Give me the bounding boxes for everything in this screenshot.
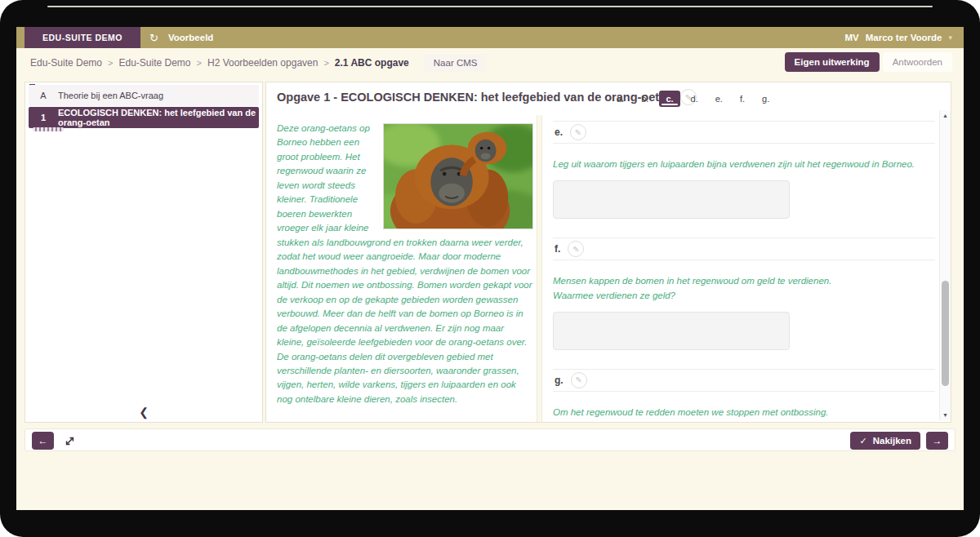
edit-pencil-icon[interactable]: ✎ [571, 372, 587, 388]
column-divider [537, 115, 542, 422]
window-frame: EDU-SUITE DEMO ↻ Voorbeeld MV Marco ter … [0, 0, 980, 537]
sidebar-item-theorie[interactable]: A Theorie bij een ABC-vraag [29, 85, 259, 106]
sidebar-item-key: 1 [29, 113, 58, 122]
chevron-down-icon: ▾ [948, 33, 952, 42]
sidebar-item-key: A [29, 91, 58, 100]
arrow-right-icon: → [933, 435, 942, 446]
antwoorden-button[interactable]: Antwoorden [883, 52, 952, 72]
question-prompt: Leg uit waarom tijgers en luipaarden bij… [553, 158, 935, 171]
brand-logo[interactable]: EDU-SUITE DEMO [24, 27, 140, 48]
edit-pencil-icon[interactable]: ✎ [570, 124, 586, 140]
breadcrumb-separator: > [108, 58, 113, 68]
footer-bar: ← ✓ Nakijken → [24, 428, 956, 451]
tab-c[interactable]: c. [659, 91, 679, 107]
prompt-line: Mensen kappen de bomen in het regenwoud … [553, 274, 935, 288]
question-letter: f. [555, 243, 560, 255]
sidebar-item-label: Theorie bij een ABC-vraag [58, 91, 163, 100]
expand-icon [65, 436, 75, 446]
scrollbar[interactable]: ▲ ▼ [939, 110, 951, 420]
edit-pencil-icon[interactable]: ✎ [568, 241, 584, 257]
tab-g[interactable]: g. [755, 91, 776, 107]
scroll-thumb[interactable] [942, 281, 949, 386]
tab-f[interactable]: f. [733, 91, 751, 107]
answer-textarea-f[interactable] [553, 312, 790, 350]
question-section-f: f. ✎ Mensen kappen de bomen in het regen… [553, 237, 935, 369]
question-letter: g. [555, 375, 564, 386]
question-tabs: a. b. c. d. e. f. g. [610, 91, 776, 107]
tab-e[interactable]: e. [709, 91, 729, 107]
chevron-left-icon: ❮ [139, 406, 149, 419]
progress-indicator [33, 127, 64, 131]
naar-cms-button[interactable]: Naar CMS [424, 54, 488, 72]
breadcrumb-item-3[interactable]: H2 Voorbeelden opgaven [207, 57, 318, 69]
sidebar-item-label: ECOLOGISCH DENKEN: het leefgebied van de… [58, 108, 259, 127]
breadcrumb-item-current: 2.1 ABC opgave [335, 57, 409, 69]
user-name: Marco ter Voorde [866, 33, 942, 42]
sync-icon[interactable]: ↻ [149, 27, 158, 48]
sidebar-items: A Theorie bij een ABC-vraag 1 ECOLOGISCH… [29, 85, 259, 128]
answer-textarea-e[interactable] [553, 180, 790, 219]
expand-button[interactable] [65, 432, 75, 450]
reading-column: Deze orang-oetans op Borneo hebben een g… [277, 122, 533, 406]
scroll-up-icon[interactable]: ▲ [940, 113, 951, 118]
tab-a[interactable]: a. [610, 91, 630, 107]
question-prompt: Om het regenwoud te redden moeten we sto… [553, 406, 935, 423]
prompt-line: Om het regenwoud te redden moeten we sto… [553, 406, 935, 419]
topbar-tab-voorbeeld[interactable]: Voorbeeld [168, 27, 213, 48]
main-panel: Opgave 1 - ECOLOGISCH DENKEN: het leefge… [265, 82, 951, 423]
eigen-uitwerking-button[interactable]: Eigen uitwerking [785, 52, 880, 72]
prompt-line: Waarmee verdienen ze geld? [553, 289, 935, 303]
nakijken-label: Nakijken [873, 436, 911, 446]
scroll-down-icon[interactable]: ▼ [940, 412, 951, 418]
top-navigation-bar: EDU-SUITE DEMO ↻ Voorbeeld MV Marco ter … [16, 27, 964, 48]
question-header: g. ✎ [553, 370, 935, 392]
app-window: EDU-SUITE DEMO ↻ Voorbeeld MV Marco ter … [16, 27, 964, 510]
breadcrumb-item-1[interactable]: Edu-Suite Demo [30, 57, 102, 69]
question-header: e. ✎ [553, 122, 935, 144]
arrow-left-icon: ← [38, 435, 48, 446]
check-icon: ✓ [859, 436, 866, 446]
orangutan-photo [383, 123, 533, 229]
questions-column: e. ✎ Leg uit waarom tijgers en luipaarde… [543, 113, 945, 423]
sidebar: A Theorie bij een ABC-vraag 1 ECOLOGISCH… [24, 82, 263, 423]
window-top-highlight [47, 6, 933, 7]
tab-b[interactable]: b. [635, 91, 655, 107]
breadcrumb: Edu-Suite Demo > Edu-Suite Demo > H2 Voo… [30, 48, 487, 78]
breadcrumb-item-2[interactable]: Edu-Suite Demo [118, 57, 190, 69]
sidebar-item-opgave1[interactable]: 1 ECOLOGISCH DENKEN: het leefgebied van … [29, 107, 259, 128]
question-prompt: Mensen kappen de bomen in het regenwoud … [553, 274, 935, 303]
prompt-line: Bedenk samen met een klasgenoot hoe je o… [553, 419, 935, 423]
user-menu[interactable]: MV Marco ter Voorde ▾ [844, 27, 952, 48]
question-letter: e. [555, 126, 563, 138]
sidebar-collapse-button[interactable]: ❮ [139, 406, 149, 418]
question-header: f. ✎ [553, 238, 935, 260]
prompt-line: Leg uit waarom tijgers en luipaarden bij… [553, 158, 935, 171]
user-initials: MV [844, 33, 858, 42]
tab-d[interactable]: d. [684, 91, 705, 107]
back-button[interactable]: ← [32, 432, 54, 450]
breadcrumb-separator: > [323, 58, 328, 68]
question-section-e: e. ✎ Leg uit waarom tijgers en luipaarde… [553, 121, 935, 237]
breadcrumb-separator: > [197, 58, 202, 68]
next-button[interactable]: → [926, 432, 948, 450]
nakijken-button[interactable]: ✓ Nakijken [850, 432, 920, 450]
question-section-g: g. ✎ Om het regenwoud te redden moeten w… [553, 369, 935, 423]
view-toggle: Eigen uitwerking Antwoorden [785, 52, 952, 72]
